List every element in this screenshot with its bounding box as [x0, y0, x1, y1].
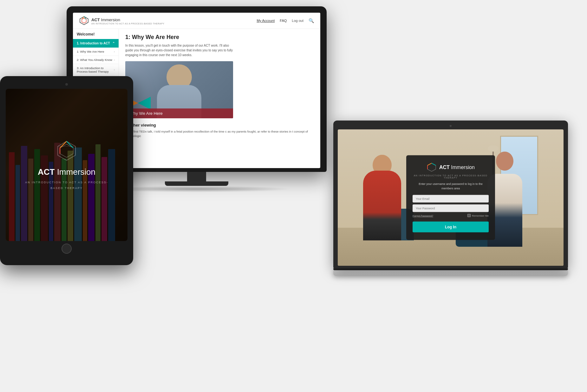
sidebar-item-0-label: 1: Why We Are Here: [77, 50, 104, 53]
sidebar-item-2[interactable]: 3: An Introduction to Process-based Ther…: [73, 64, 119, 76]
login-logo-subtitle: AN INTRODUCTION TO ACT AS A PROCESS-BASE…: [413, 174, 489, 179]
chevron-right-icon: ›: [114, 68, 115, 71]
login-logo-text: ACT Immersion: [439, 165, 475, 170]
svg-line-11: [427, 163, 432, 166]
nav-logo-text-block: ACT Immersion AN INTRODUCTION TO ACT AS …: [91, 17, 165, 25]
laptop-screen: ACT Immersion AN INTRODUCTION TO ACT AS …: [338, 129, 564, 266]
laptop-base: [333, 270, 568, 276]
logout-link[interactable]: Log out: [292, 19, 303, 23]
login-logo: ACT Immersion: [413, 162, 489, 173]
further-viewing-text: In my first TEDx talk, I told myself in …: [125, 129, 314, 139]
further-viewing-title: Further viewing: [125, 123, 314, 127]
tablet-content: ACT Immersion AN INTRODUCTION TO ACT AS …: [22, 140, 111, 190]
person-left-body: [363, 171, 401, 240]
chevron-up-icon: ⌃: [112, 42, 115, 45]
login-modal: ACT Immersion AN INTRODUCTION TO ACT AS …: [406, 155, 495, 240]
laptop-camera: [450, 125, 452, 127]
svg-line-12: [432, 163, 436, 166]
nav-logo-name: ACT Immersion: [91, 17, 120, 22]
remember-me-checkbox[interactable]: [467, 214, 471, 217]
laptop-camera-area: [338, 125, 564, 127]
tablet-home-button[interactable]: [62, 244, 72, 254]
my-account-link[interactable]: My Account: [257, 19, 275, 23]
tablet-subtitle: AN INTRODUCTION TO ACT AS A PROCESS-BASE…: [25, 181, 108, 190]
tablet: ACT Immersion AN INTRODUCTION TO ACT AS …: [0, 76, 133, 265]
tablet-screen: ACT Immersion AN INTRODUCTION TO ACT AS …: [6, 89, 127, 241]
login-logo-icon: [427, 162, 437, 173]
sidebar-section-intro[interactable]: 1. Introduction to ACT ⌃: [73, 39, 119, 48]
person-right-head: [496, 152, 513, 171]
lesson-title: 1: Why We Are Here: [125, 34, 314, 41]
tablet-app-name: ACT Immersion: [22, 167, 111, 177]
login-options: Forgot Password? Remember Me: [413, 214, 489, 217]
nav-logo: ACT Immersion AN INTRODUCTION TO ACT AS …: [79, 16, 165, 25]
main-content-area: 1: Why We Are Here In this lesson, you'l…: [119, 29, 320, 168]
lesson-description: In this lesson, you'll get in touch with…: [125, 43, 233, 57]
sidebar-item-1-label: 2: What You Already Know: [77, 58, 112, 62]
laptop-screen-bezel: ACT Immersion AN INTRODUCTION TO ACT AS …: [333, 121, 568, 268]
video-player[interactable]: Why We Are Here: [125, 61, 233, 118]
chevron-right-icon: ›: [114, 58, 115, 62]
sidebar-item-2-label: 3: An Introduction to Process-based Ther…: [77, 66, 114, 73]
login-email-input[interactable]: [413, 195, 489, 203]
monitor-neck: [187, 172, 206, 181]
sidebar-welcome: Welcome!: [73, 29, 119, 39]
further-viewing-section: Further viewing In my first TEDx talk, I…: [125, 123, 314, 139]
sidebar-item-0[interactable]: 1: Why We Are Here ›: [73, 48, 119, 56]
scene: ACT Immersion AN INTRODUCTION TO ACT AS …: [0, 0, 587, 392]
laptop: ACT Immersion AN INTRODUCTION TO ACT AS …: [333, 121, 568, 276]
sidebar-section-intro-label: 1. Introduction to ACT: [77, 42, 110, 45]
shape-teal: [138, 97, 151, 109]
sidebar-item-1[interactable]: 2: What You Already Know ›: [73, 56, 119, 64]
faq-link[interactable]: FAQ: [280, 19, 287, 23]
tablet-bezel: ACT Immersion AN INTRODUCTION TO ACT AS …: [0, 76, 133, 265]
nav-links: My Account FAQ Log out 🔍: [257, 18, 314, 23]
nav-logo-subtitle: AN INTRODUCTION TO ACT AS A PROCESS-BASE…: [91, 23, 165, 25]
remember-me-option[interactable]: Remember Me: [467, 214, 489, 217]
login-password-input[interactable]: [413, 205, 489, 212]
monitor-navbar: ACT Immersion AN INTRODUCTION TO ACT AS …: [73, 13, 320, 29]
tablet-logo: [22, 140, 111, 167]
tablet-camera: [65, 83, 68, 86]
tablet-logo-icon: [55, 140, 78, 162]
forgot-password-link[interactable]: Forgot Password?: [413, 214, 433, 217]
video-overlay-text: Why We Are Here: [125, 108, 233, 118]
login-description: Enter your username and password to log …: [413, 182, 489, 191]
login-button[interactable]: Log In: [413, 222, 489, 232]
chevron-right-icon: ›: [114, 50, 115, 53]
person-left: [357, 152, 414, 240]
svg-marker-0: [80, 16, 88, 25]
search-icon[interactable]: 🔍: [309, 18, 314, 23]
monitor-base: [165, 181, 228, 186]
act-logo-icon: [79, 16, 89, 25]
remember-me-label: Remember Me: [472, 214, 489, 217]
